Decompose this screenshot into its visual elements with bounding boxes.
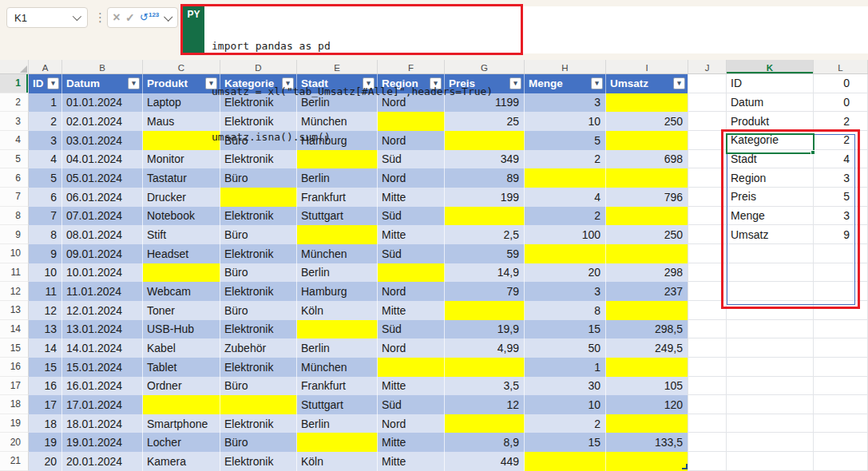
filter-dropdown-icon[interactable]: ▾ [47, 77, 59, 89]
column-header-L[interactable]: L [814, 60, 868, 73]
cell-A6[interactable]: 5 [29, 168, 62, 188]
cell-B20[interactable]: 19.01.2024 [62, 433, 143, 452]
row-header-9[interactable]: 9 [0, 225, 29, 244]
cell-C7[interactable]: Drucker [143, 188, 220, 207]
cell-L17[interactable] [814, 377, 868, 396]
cell-L16[interactable] [814, 358, 868, 377]
row-header-10[interactable]: 10 [0, 244, 29, 263]
cell-G16[interactable] [445, 358, 525, 377]
convert-to-values-icon[interactable]: ↺123 [140, 11, 159, 23]
cell-F10[interactable]: Süd [378, 244, 445, 263]
cell-G21[interactable]: 449 [445, 452, 525, 471]
cell-G15[interactable]: 4,99 [445, 338, 525, 358]
cell-C9[interactable]: Stift [143, 225, 220, 244]
cell-L2[interactable]: 0 [814, 93, 868, 113]
cell-D11[interactable]: Büro [220, 263, 297, 283]
cell-C17[interactable]: Ordner [143, 377, 220, 396]
cell-K21[interactable] [727, 452, 814, 471]
cell-J15[interactable] [688, 338, 727, 358]
cell-K17[interactable] [727, 377, 814, 396]
cell-J4[interactable] [688, 131, 727, 150]
cell-C10[interactable]: Headset [143, 244, 220, 263]
cell-L6[interactable]: 3 [814, 168, 868, 188]
row-header-14[interactable]: 14 [0, 320, 29, 339]
cell-G7[interactable]: 199 [445, 188, 525, 207]
cell-B8[interactable]: 07.01.2024 [62, 207, 143, 226]
cell-E13[interactable]: Köln [297, 301, 378, 320]
cell-F7[interactable]: Mitte [378, 188, 445, 207]
cell-C11[interactable] [143, 263, 220, 283]
cell-J8[interactable] [688, 207, 727, 226]
row-header-21[interactable]: 21 [0, 452, 29, 471]
cell-I6[interactable] [606, 168, 688, 188]
cell-F15[interactable]: Nord [378, 338, 445, 358]
cell-K19[interactable] [727, 414, 814, 433]
cell-L21[interactable] [814, 452, 868, 471]
row-header-19[interactable]: 19 [0, 414, 29, 433]
cell-I15[interactable]: 249,5 [606, 338, 688, 358]
cell-I3[interactable]: 250 [606, 112, 688, 131]
cell-L5[interactable]: 4 [814, 150, 868, 169]
cell-B1[interactable]: Datum▾ [62, 74, 143, 93]
cell-J7[interactable] [688, 188, 727, 207]
cell-E19[interactable]: Berlin [297, 414, 378, 433]
cell-C13[interactable]: Toner [143, 301, 220, 320]
cell-B18[interactable]: 17.01.2024 [62, 395, 143, 414]
cell-I10[interactable] [606, 244, 688, 263]
cell-I14[interactable]: 298,5 [606, 320, 688, 339]
cell-C18[interactable] [143, 395, 220, 414]
cell-K14[interactable] [727, 320, 814, 339]
cell-L9[interactable]: 9 [814, 225, 868, 244]
cell-K10[interactable] [727, 244, 814, 263]
chevron-down-icon[interactable] [164, 13, 172, 22]
cell-K2[interactable]: Datum [727, 93, 814, 113]
cell-E20[interactable] [297, 433, 378, 452]
row-header-15[interactable]: 15 [0, 338, 29, 358]
cell-H11[interactable]: 20 [525, 263, 606, 283]
cell-A17[interactable]: 16 [29, 377, 62, 396]
cell-K1[interactable]: ID [727, 74, 814, 93]
cell-K18[interactable] [727, 395, 814, 414]
cell-L15[interactable] [814, 338, 868, 358]
row-header-4[interactable]: 4 [0, 131, 29, 150]
cell-G17[interactable]: 3,5 [445, 377, 525, 396]
cell-G8[interactable] [445, 207, 525, 226]
cell-L4[interactable]: 2 [814, 131, 868, 150]
cell-G10[interactable]: 59 [445, 244, 525, 263]
cell-A13[interactable]: 12 [29, 301, 62, 320]
cell-H9[interactable]: 100 [525, 225, 606, 244]
cell-L1[interactable]: 0 [814, 74, 868, 93]
cell-G20[interactable]: 8,9 [445, 433, 525, 452]
name-box[interactable]: K1 [6, 7, 88, 28]
cell-G19[interactable] [445, 414, 525, 433]
cell-J2[interactable] [688, 93, 727, 113]
row-header-20[interactable]: 20 [0, 433, 29, 452]
cell-H10[interactable] [525, 244, 606, 263]
cell-H15[interactable]: 50 [525, 338, 606, 358]
row-header-5[interactable]: 5 [0, 150, 29, 169]
cell-B4[interactable]: 03.01.2024 [62, 131, 143, 150]
cell-B6[interactable]: 05.01.2024 [62, 168, 143, 188]
cell-F19[interactable]: Nord [378, 414, 445, 433]
cell-K20[interactable] [727, 433, 814, 452]
row-header-7[interactable]: 7 [0, 188, 29, 207]
cell-F17[interactable]: Mitte [378, 377, 445, 396]
cell-B10[interactable]: 09.01.2024 [62, 244, 143, 263]
cell-F21[interactable]: Mitte [378, 452, 445, 471]
cell-L19[interactable] [814, 414, 868, 433]
row-header-6[interactable]: 6 [0, 168, 29, 188]
cell-A10[interactable]: 9 [29, 244, 62, 263]
enter-icon[interactable]: ✓ [125, 11, 135, 24]
cell-J10[interactable] [688, 244, 727, 263]
cell-L10[interactable] [814, 244, 868, 263]
cell-H1[interactable]: Menge▾ [525, 74, 606, 93]
cell-H16[interactable]: 1 [525, 358, 606, 377]
cell-C20[interactable]: Locher [143, 433, 220, 452]
cell-I5[interactable]: 698 [606, 150, 688, 169]
cell-K8[interactable]: Menge [727, 207, 814, 226]
cell-A1[interactable]: ID▾ [29, 74, 62, 93]
cell-K9[interactable]: Umsatz [727, 225, 814, 244]
cell-I13[interactable] [606, 301, 688, 320]
cell-E12[interactable]: Hamburg [297, 282, 378, 301]
cell-B7[interactable]: 06.01.2024 [62, 188, 143, 207]
